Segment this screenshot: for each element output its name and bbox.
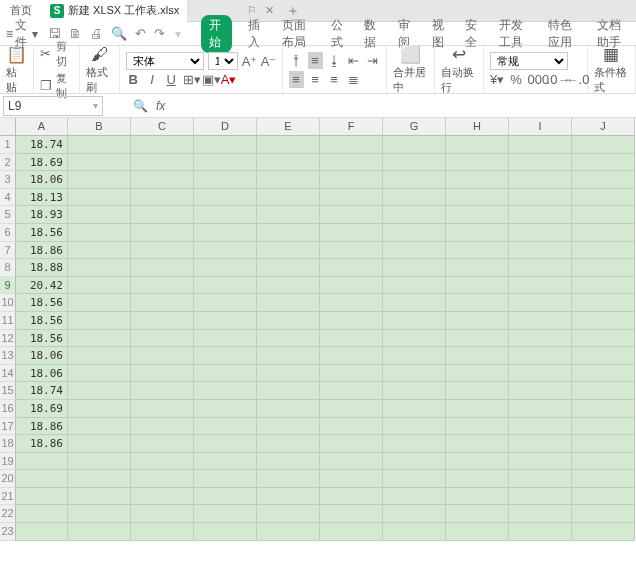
cell[interactable] [68,453,131,471]
row-header[interactable]: 5 [0,206,16,224]
cell[interactable] [131,347,194,365]
cell[interactable]: 18.86 [16,242,68,260]
cell[interactable] [194,488,257,506]
col-header[interactable]: F [320,118,383,136]
cell[interactable] [320,523,383,541]
col-header[interactable]: C [131,118,194,136]
cell[interactable] [131,136,194,154]
cell[interactable]: 18.56 [16,224,68,242]
cell[interactable]: 18.74 [16,382,68,400]
cell[interactable] [194,294,257,312]
cell[interactable] [320,154,383,172]
cell[interactable] [572,189,635,207]
cell[interactable] [320,435,383,453]
cell[interactable] [68,523,131,541]
cell[interactable] [68,488,131,506]
cell[interactable] [320,224,383,242]
row-header[interactable]: 15 [0,382,16,400]
cell[interactable] [572,277,635,295]
cut-button[interactable]: 剪切 [56,39,73,69]
cell[interactable] [572,136,635,154]
cell[interactable] [194,347,257,365]
fx-icon[interactable]: 🔍 [133,99,148,113]
cell[interactable] [509,453,572,471]
cell[interactable] [257,242,320,260]
cell[interactable] [68,435,131,453]
cell[interactable] [446,347,509,365]
cell[interactable] [131,224,194,242]
row-header[interactable]: 7 [0,242,16,260]
cell[interactable] [68,470,131,488]
col-header[interactable]: G [383,118,446,136]
cell[interactable] [68,312,131,330]
cell[interactable] [131,277,194,295]
cell[interactable]: 18.93 [16,206,68,224]
increase-decimal-icon[interactable]: .0→ [547,72,562,87]
thousands-icon[interactable]: 000 [528,72,543,87]
cell[interactable] [194,189,257,207]
cell[interactable] [68,347,131,365]
cell[interactable] [320,259,383,277]
cell[interactable] [572,154,635,172]
cell[interactable] [446,294,509,312]
cell[interactable] [131,505,194,523]
cell[interactable] [509,347,572,365]
row-header[interactable]: 2 [0,154,16,172]
cell[interactable] [194,171,257,189]
grid[interactable]: 18.7418.6918.0618.1318.9318.5618.8618.88… [16,136,635,541]
cell[interactable] [446,330,509,348]
cell[interactable] [446,242,509,260]
cell[interactable]: 18.06 [16,171,68,189]
cell[interactable] [572,206,635,224]
cell[interactable] [383,488,446,506]
cell[interactable] [320,365,383,383]
align-center-icon[interactable]: ≡ [308,72,323,87]
cell[interactable] [446,418,509,436]
cell[interactable] [572,242,635,260]
cell[interactable] [194,312,257,330]
cell[interactable] [257,189,320,207]
cell[interactable] [131,418,194,436]
cell[interactable] [446,505,509,523]
cell[interactable] [68,259,131,277]
cell[interactable] [68,505,131,523]
cell[interactable] [509,242,572,260]
cell[interactable] [572,294,635,312]
cell[interactable] [320,470,383,488]
cell[interactable] [16,505,68,523]
cell[interactable] [320,418,383,436]
cell[interactable] [446,382,509,400]
cell[interactable] [320,453,383,471]
cell[interactable] [131,171,194,189]
cell[interactable] [68,382,131,400]
cell[interactable] [320,136,383,154]
cell[interactable] [572,347,635,365]
cell[interactable] [131,382,194,400]
cell[interactable] [572,365,635,383]
print-icon[interactable]: 🖨 [90,26,103,41]
bold-button[interactable]: B [126,72,141,87]
cell[interactable]: 18.13 [16,189,68,207]
copy-icon[interactable]: ❐ [40,78,52,93]
cell[interactable] [446,224,509,242]
cell[interactable] [68,294,131,312]
cell[interactable] [509,523,572,541]
cell[interactable] [509,365,572,383]
cell[interactable]: 18.56 [16,312,68,330]
cell[interactable] [320,277,383,295]
cell[interactable] [383,523,446,541]
cell[interactable] [383,206,446,224]
align-bottom-icon[interactable]: ⭳ [327,53,342,68]
conditional-format-button[interactable]: ▦ 条件格式 [588,46,636,93]
cell[interactable]: 18.06 [16,347,68,365]
align-right-icon[interactable]: ≡ [327,72,342,87]
cell[interactable] [320,206,383,224]
cell[interactable] [509,435,572,453]
cell[interactable] [257,435,320,453]
paste-button[interactable]: 📋 粘贴 [0,46,34,93]
col-header[interactable]: H [446,118,509,136]
cell[interactable] [131,242,194,260]
cell[interactable] [572,523,635,541]
row-header[interactable]: 16 [0,400,16,418]
cell[interactable] [509,154,572,172]
